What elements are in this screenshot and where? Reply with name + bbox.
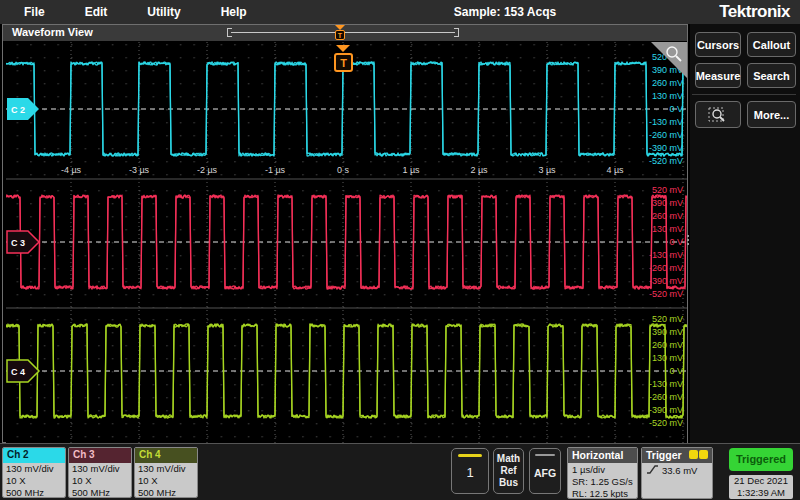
- channel-card-ch4[interactable]: Ch 4130 mV/div10 X500 MHz: [134, 447, 198, 498]
- channel-card-settings: 130 mV/div10 X500 MHz: [135, 463, 197, 498]
- voltage-label: 390 mV: [652, 327, 683, 337]
- panel-separator: [692, 94, 796, 95]
- time-label: 1:32:39 AM: [729, 487, 793, 499]
- trigger-settings-panel[interactable]: Trigger 33.6 mV: [641, 447, 713, 499]
- voltage-label: -130 mV: [649, 250, 683, 260]
- voltage-label: -520 mV: [649, 156, 683, 166]
- datetime-display: 21 Dec 2021 1:32:39 AM: [729, 475, 793, 499]
- trigger-t-icon: T: [335, 30, 345, 40]
- voltage-label: 520 mV: [652, 185, 683, 195]
- voltage-label: -130 mV: [649, 379, 683, 389]
- tektronix-logo: Tektronix: [719, 0, 790, 24]
- trigger-panel-header: Trigger: [642, 448, 712, 463]
- trigger-flag-label: T: [340, 57, 347, 69]
- trigger-panel-title: Trigger: [646, 449, 682, 461]
- svg-text:C 3: C 3: [11, 238, 25, 248]
- time-label: 2 µs: [470, 165, 488, 175]
- voltage-label: -520 mV: [649, 418, 683, 428]
- rising-edge-icon: [646, 464, 659, 475]
- measure-button[interactable]: Measure: [695, 63, 741, 88]
- channel-card-title: Ch 3: [69, 448, 131, 463]
- zoom-selection-icon: [708, 106, 728, 124]
- menu-edit[interactable]: Edit: [85, 5, 108, 19]
- menu-utility[interactable]: Utility: [147, 5, 180, 19]
- graticule-plot[interactable]: 520 mV390 mV260 mV130 mV0 V-130 mV-260 m…: [6, 42, 687, 443]
- voltage-label: 260 mV: [652, 211, 683, 221]
- time-label: -4 µs: [61, 165, 82, 175]
- channel-card-title: Ch 2: [3, 448, 65, 463]
- menu-file[interactable]: File: [24, 5, 45, 19]
- trigger-position-marker[interactable]: T: [334, 25, 346, 40]
- voltage-label: -390 mV: [649, 405, 683, 415]
- voltage-label: -130 mV: [649, 117, 683, 127]
- time-label: 1 µs: [402, 165, 420, 175]
- time-label: -2 µs: [197, 165, 218, 175]
- voltage-label: -260 mV: [649, 392, 683, 402]
- time-label: 0 s: [337, 165, 350, 175]
- voltage-label: -520 mV: [649, 289, 683, 299]
- oscilloscope-screen: FileEditUtilityHelp Sample: 153 Acqs Tek…: [0, 0, 800, 500]
- callout-button[interactable]: Callout: [747, 32, 796, 57]
- voltage-label: 130 mV: [652, 91, 683, 101]
- menu-help[interactable]: Help: [221, 5, 247, 19]
- trigger-source-icon: [689, 450, 708, 459]
- menu-bar: FileEditUtilityHelp Sample: 153 Acqs Tek…: [0, 0, 800, 24]
- zoom-overlay-button[interactable]: 1: [451, 448, 489, 494]
- time-label: -1 µs: [265, 165, 286, 175]
- voltage-label: 130 mV: [652, 224, 683, 234]
- graticule-dots: [6, 308, 687, 443]
- more-button[interactable]: More...: [747, 101, 796, 128]
- channel-card-settings: 130 mV/div10 X500 MHz: [69, 463, 131, 498]
- search-button[interactable]: Search: [747, 63, 796, 88]
- time-label: -3 µs: [129, 165, 150, 175]
- waveform-view-title: Waveform View: [12, 26, 93, 38]
- acquisition-status: Sample: 153 Acqs: [425, 0, 585, 24]
- voltage-label: -390 mV: [649, 276, 683, 286]
- cursors-button[interactable]: Cursors: [695, 32, 741, 57]
- waveform-view-window: Waveform View T 520 mV390 mV260 mV130 mV…: [2, 24, 688, 443]
- trigger-status-badge: Triggered: [729, 448, 793, 471]
- trigger-panel-values: 33.6 mV: [642, 463, 712, 499]
- horizontal-settings-panel[interactable]: Horizontal 1 µs/divSR: 1.25 GS/sRL: 12.5…: [567, 447, 638, 499]
- channel-card-ch3[interactable]: Ch 3130 mV/div10 X500 MHz: [68, 447, 132, 498]
- voltage-label: -260 mV: [649, 263, 683, 273]
- menu-items: FileEditUtilityHelp: [24, 0, 247, 24]
- waveform-view-titlebar: Waveform View T: [3, 25, 687, 41]
- afg-indicator: [535, 454, 555, 456]
- zoom-active-indicator: [458, 454, 482, 457]
- voltage-label: 130 mV: [652, 353, 683, 363]
- horizontal-panel-values: 1 µs/divSR: 1.25 GS/sRL: 12.5 kpts: [568, 463, 637, 499]
- voltage-label: 260 mV: [652, 340, 683, 350]
- date-label: 21 Dec 2021: [729, 475, 793, 487]
- voltage-label: -390 mV: [649, 143, 683, 153]
- horizontal-panel-title: Horizontal: [568, 448, 637, 463]
- channel-card-settings: 130 mV/div10 X500 MHz: [3, 463, 65, 498]
- time-label: 3 µs: [538, 165, 556, 175]
- trigger-level: 33.6 mV: [662, 465, 697, 476]
- zoom-selection-button[interactable]: [695, 101, 741, 128]
- afg-label: AFG: [530, 467, 560, 479]
- voltage-label: 0 V: [669, 237, 683, 247]
- voltage-label: 260 mV: [652, 78, 683, 88]
- voltage-label: 390 mV: [652, 198, 683, 208]
- zoom-overlay-label: 1: [452, 465, 488, 480]
- math-ref-bus-button[interactable]: MathRefBus: [493, 448, 524, 494]
- control-panel: Cursors Callout Measure Search More...: [690, 24, 800, 443]
- voltage-label: 0 V: [669, 366, 683, 376]
- afg-button[interactable]: AFG: [529, 448, 561, 494]
- status-bar: Ch 2130 mV/div10 X500 MHzCh 3130 mV/div1…: [0, 443, 800, 500]
- svg-text:C 2: C 2: [11, 105, 25, 115]
- overview-right-bracket: [454, 28, 459, 37]
- voltage-label: -260 mV: [649, 130, 683, 140]
- svg-text:C 4: C 4: [11, 367, 25, 377]
- channel-card-ch2[interactable]: Ch 2130 mV/div10 X500 MHz: [2, 447, 66, 498]
- math-ref-bus-label: MathRefBus: [494, 453, 523, 489]
- horizontal-overview-bar[interactable]: T: [227, 28, 459, 38]
- voltage-label: 520 mV: [652, 314, 683, 324]
- time-label: 4 µs: [606, 165, 624, 175]
- voltage-label: 0 V: [669, 104, 683, 114]
- channel-card-title: Ch 4: [135, 448, 197, 463]
